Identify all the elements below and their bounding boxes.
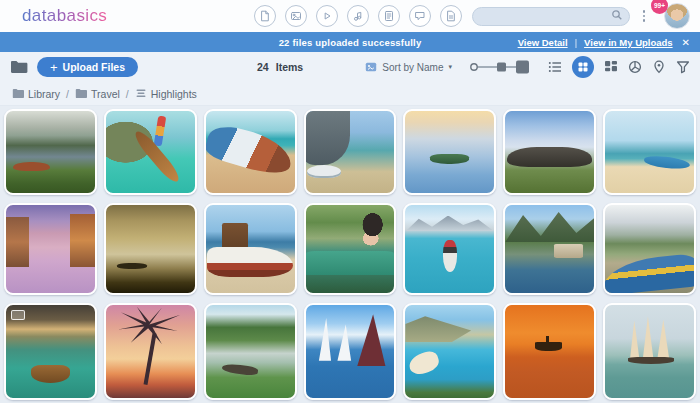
thumbnail-info-icon (365, 61, 377, 73)
view-in-my-uploads-link[interactable]: View in My Uploads (584, 37, 673, 48)
thumbnail[interactable] (503, 203, 596, 295)
thumbnail[interactable] (603, 109, 696, 195)
link-separator: | (575, 37, 577, 48)
thumbnail[interactable] (4, 109, 97, 195)
thumbnail[interactable] (304, 109, 397, 195)
chevron-down-icon: ▾ (448, 63, 452, 71)
view-detail-link[interactable]: View Detail (518, 37, 568, 48)
image-file-icon[interactable] (254, 5, 276, 27)
file-icon[interactable] (440, 5, 462, 27)
chart-view-icon[interactable] (628, 60, 642, 74)
search-input[interactable] (472, 7, 630, 26)
video-icon[interactable] (316, 5, 338, 27)
chat-icon[interactable] (409, 5, 431, 27)
document-icon[interactable] (378, 5, 400, 27)
thumbnail-size-slider[interactable] (467, 59, 533, 75)
upload-notification-bar: 22 files uploaded successfully View Deta… (0, 32, 700, 52)
breadcrumb-library[interactable]: Library (12, 88, 60, 100)
search-icon[interactable] (611, 9, 623, 21)
media-type-nav (254, 5, 462, 27)
folder-icon (75, 88, 87, 99)
breadcrumb-separator: / (66, 88, 69, 100)
thumbnail[interactable] (403, 303, 496, 400)
thumbnail[interactable] (204, 203, 297, 295)
grid-view-icon-active[interactable] (572, 56, 594, 78)
audio-icon[interactable] (347, 5, 369, 27)
thumbnail[interactable] (204, 303, 297, 400)
plus-icon: + (50, 61, 58, 74)
video-badge-icon (11, 310, 25, 320)
sort-control[interactable]: Sort by Name ▾ (365, 61, 452, 73)
thumbnail[interactable] (304, 203, 397, 295)
close-icon[interactable]: ✕ (680, 37, 692, 48)
list-view-icon[interactable] (548, 60, 562, 74)
image-grid (0, 106, 700, 400)
folder-icon[interactable] (10, 60, 28, 74)
breadcrumb-highlights[interactable]: Highlights (135, 88, 197, 100)
thumbnail[interactable] (503, 303, 596, 400)
thumbnail[interactable] (204, 109, 297, 195)
app-logo: databasics (22, 6, 107, 26)
item-count-number: 24 (257, 61, 269, 73)
upload-files-button[interactable]: + Upload Files (37, 57, 138, 77)
view-switcher (548, 56, 690, 78)
thumbnail[interactable] (4, 303, 97, 400)
item-count: 24 Items (257, 61, 303, 73)
thumbnail[interactable] (104, 109, 197, 195)
map-view-icon[interactable] (652, 60, 666, 74)
search-bar (472, 6, 630, 26)
thumbnail[interactable] (104, 303, 197, 400)
breadcrumb-separator: / (126, 88, 129, 100)
thumbnail[interactable] (503, 109, 596, 195)
sort-by-label: Sort by Name (382, 62, 443, 73)
upload-files-label: Upload Files (63, 61, 125, 73)
masonry-view-icon[interactable] (604, 60, 618, 74)
thumbnail[interactable] (304, 303, 397, 400)
thumbnail[interactable] (603, 203, 696, 295)
overflow-menu-icon[interactable] (638, 10, 650, 22)
account-area: 99+ (664, 3, 690, 29)
breadcrumb-travel[interactable]: Travel (75, 88, 120, 100)
thumbnail[interactable] (603, 303, 696, 400)
toolbar: + Upload Files 24 Items Sort by Name ▾ (0, 52, 700, 82)
photo-icon[interactable] (285, 5, 307, 27)
thumbnail[interactable] (4, 203, 97, 295)
collection-icon (135, 88, 147, 99)
app-header: databasics 99+ (0, 0, 700, 32)
thumbnail[interactable] (403, 203, 496, 295)
breadcrumb: Library / Travel / Highlights (0, 82, 700, 106)
folder-icon (12, 88, 24, 99)
item-count-label: Items (276, 61, 303, 73)
filter-icon[interactable] (676, 60, 690, 74)
thumbnail[interactable] (104, 203, 197, 295)
thumbnail[interactable] (403, 109, 496, 195)
avatar[interactable] (664, 3, 690, 29)
